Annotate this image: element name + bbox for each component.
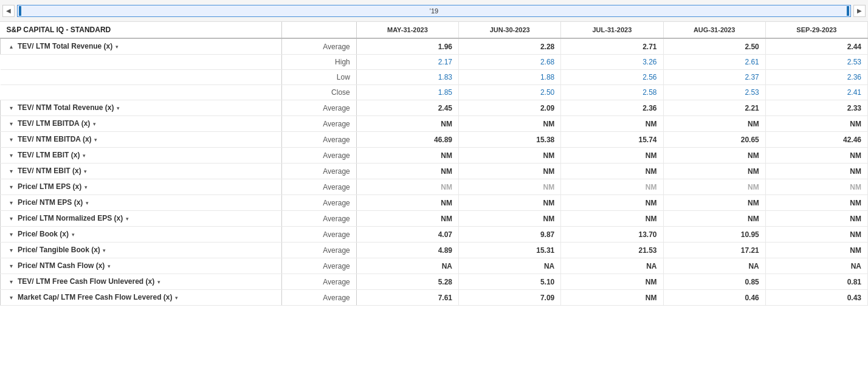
metric-name: Price/ NTM EPS (x) — [18, 198, 83, 207]
chevron-down-icon[interactable]: ▾ — [7, 246, 15, 255]
value-cell: 9.87 — [459, 227, 561, 243]
type-cell: Average — [282, 243, 356, 258]
metric-dropdown-icon[interactable]: ▾ — [102, 247, 106, 253]
value-cell: 13.70 — [561, 227, 663, 243]
value-cell: NM — [356, 211, 458, 227]
metric-dropdown-icon[interactable]: ▾ — [106, 263, 111, 269]
value-cell: NM — [356, 164, 458, 179]
metric-name: TEV/ NTM EBITDA (x) — [18, 135, 92, 143]
value-cell: 2.28 — [459, 38, 561, 55]
timeline-right-arrow[interactable]: ▶ — [853, 5, 866, 17]
chevron-down-icon[interactable]: ▾ — [7, 294, 15, 302]
type-cell: Average — [282, 227, 356, 243]
chevron-down-icon[interactable]: ▾ — [7, 151, 15, 160]
value-cell: NM — [561, 164, 663, 179]
table-row: ▾Price/ NTM EPS (x) ▾AverageNMNMNMNMNM — [1, 195, 868, 211]
chevron-down-icon[interactable]: ▾ — [7, 104, 15, 112]
table-row: ▾TEV/ LTM EBIT (x) ▾AverageNMNMNMNMNM — [1, 148, 868, 164]
metric-dropdown-icon[interactable]: ▾ — [115, 105, 120, 111]
timeline-track[interactable]: '19 — [17, 5, 851, 17]
table-row: ▾Price/ Book (x) ▾Average4.079.8713.7010… — [1, 227, 868, 243]
metric-cell: ▾Price/ Tangible Book (x) ▾ — [1, 243, 282, 258]
value-cell: 2.33 — [765, 100, 867, 116]
value-cell: 5.28 — [356, 274, 458, 290]
sub-value-cell: 2.41 — [765, 85, 867, 100]
metric-name: Price/ NTM Cash Flow (x) — [18, 261, 105, 270]
metric-name: Price/ Book (x) — [18, 230, 69, 238]
sub-value-cell: 2.37 — [663, 70, 765, 85]
value-cell: 0.46 — [663, 290, 765, 306]
value-cell: 42.46 — [765, 132, 867, 148]
sub-value-cell: 2.68 — [459, 55, 561, 70]
value-cell: NM — [459, 211, 561, 227]
metric-dropdown-icon[interactable]: ▾ — [93, 137, 98, 143]
sub-value-cell: 1.85 — [356, 85, 458, 100]
table-header-row: S&P CAPITAL IQ - STANDARD MAY-31-2023 JU… — [1, 22, 868, 38]
metric-cell: ▾Price/ Book (x) ▾ — [1, 227, 282, 243]
metric-cell: ▾Market Cap/ LTM Free Cash Flow Levered … — [1, 290, 282, 306]
sub-row: Close1.852.502.582.532.41 — [1, 85, 868, 100]
chevron-down-icon[interactable]: ▾ — [7, 278, 15, 286]
sub-value-cell: 2.36 — [765, 70, 867, 85]
value-cell: NM — [765, 164, 867, 179]
timeline-left-arrow[interactable]: ◀ — [2, 5, 15, 17]
chevron-down-icon[interactable]: ▾ — [7, 120, 15, 128]
table-row: ▾Market Cap/ LTM Free Cash Flow Levered … — [1, 290, 868, 306]
type-cell: Average — [282, 195, 356, 211]
value-cell: 2.36 — [561, 100, 663, 116]
timeline-handle-right[interactable] — [847, 6, 849, 16]
type-cell: Average — [282, 211, 356, 227]
sub-value-cell: 2.50 — [459, 85, 561, 100]
metric-dropdown-icon[interactable]: ▾ — [91, 121, 96, 127]
type-cell: Average — [282, 179, 356, 195]
metric-dropdown-icon[interactable]: ▾ — [114, 44, 119, 50]
value-cell: 15.38 — [459, 132, 561, 148]
metric-dropdown-icon[interactable]: ▾ — [70, 232, 75, 238]
value-cell: NM — [459, 148, 561, 164]
metric-cell: ▾TEV/ NTM EBITDA (x) ▾ — [1, 132, 282, 148]
header-type — [282, 22, 356, 38]
metric-dropdown-icon[interactable]: ▾ — [83, 168, 88, 174]
timeline-label: '19 — [430, 7, 438, 15]
table-row: ▾Price/ Tangible Book (x) ▾Average4.8915… — [1, 243, 868, 258]
value-cell: NM — [561, 211, 663, 227]
table-row: ▾TEV/ LTM Free Cash Flow Unlevered (x) ▾… — [1, 274, 868, 290]
timeline-handle-left[interactable] — [19, 6, 21, 16]
value-cell: 2.71 — [561, 38, 663, 55]
value-cell: 15.74 — [561, 132, 663, 148]
metric-name: Price/ Tangible Book (x) — [18, 246, 100, 254]
value-cell: NM — [765, 211, 867, 227]
header-col2: JUN-30-2023 — [459, 22, 561, 38]
chevron-up-icon[interactable]: ▴ — [7, 43, 15, 51]
metric-name: TEV/ LTM EBIT (x) — [18, 151, 80, 159]
table-row: ▴TEV/ LTM Total Revenue (x) ▾Average1.96… — [1, 38, 868, 55]
chevron-down-icon[interactable]: ▾ — [7, 199, 15, 207]
value-cell: 2.45 — [356, 100, 458, 116]
metric-dropdown-icon[interactable]: ▾ — [81, 153, 86, 159]
value-cell: NM — [765, 148, 867, 164]
sub-value-cell: 2.61 — [663, 55, 765, 70]
value-cell: 4.07 — [356, 227, 458, 243]
chevron-down-icon[interactable]: ▾ — [7, 230, 15, 239]
chevron-down-icon[interactable]: ▾ — [7, 215, 15, 223]
value-cell: 10.95 — [663, 227, 765, 243]
metric-dropdown-icon[interactable]: ▾ — [174, 295, 179, 301]
table-row: ▾TEV/ NTM EBITDA (x) ▾Average46.8915.381… — [1, 132, 868, 148]
chevron-down-icon[interactable]: ▾ — [7, 262, 15, 270]
sub-type-cell: High — [282, 55, 356, 70]
value-cell: NM — [663, 179, 765, 195]
metric-dropdown-icon[interactable]: ▾ — [156, 279, 160, 285]
metric-cell: ▴TEV/ LTM Total Revenue (x) ▾ — [1, 38, 282, 55]
chevron-down-icon[interactable]: ▾ — [7, 136, 15, 144]
metric-dropdown-icon[interactable]: ▾ — [124, 216, 129, 222]
metric-dropdown-icon[interactable]: ▾ — [84, 200, 89, 206]
sub-empty-cell — [1, 55, 282, 70]
metric-dropdown-icon[interactable]: ▾ — [83, 184, 88, 190]
value-cell: NM — [663, 164, 765, 179]
value-cell: 2.21 — [663, 100, 765, 116]
sub-value-cell: 2.53 — [663, 85, 765, 100]
chevron-down-icon[interactable]: ▾ — [7, 183, 15, 191]
header-col3: JUL-31-2023 — [561, 22, 663, 38]
chevron-down-icon[interactable]: ▾ — [7, 167, 15, 176]
value-cell: NM — [765, 116, 867, 132]
